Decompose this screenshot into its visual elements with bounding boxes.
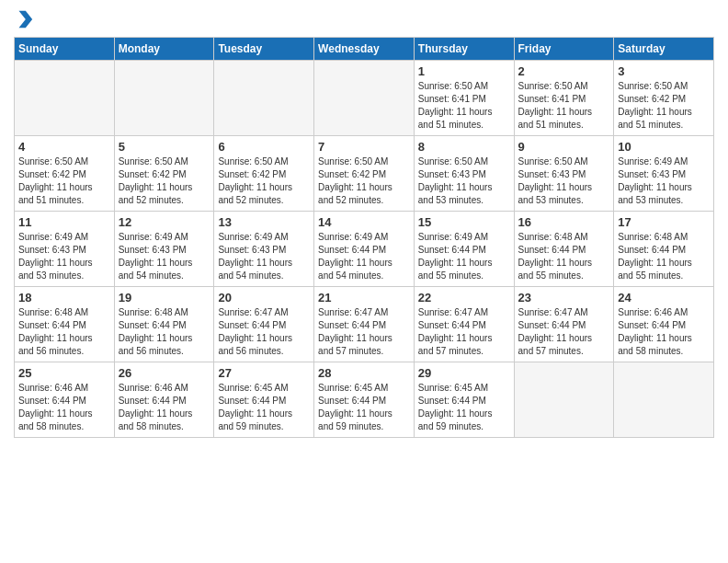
calendar-cell: 18Sunrise: 6:48 AM Sunset: 6:44 PM Dayli… (15, 287, 115, 362)
calendar-cell: 25Sunrise: 6:46 AM Sunset: 6:44 PM Dayli… (15, 362, 115, 438)
weekday-header-friday: Friday (514, 38, 614, 61)
day-info: Sunrise: 6:50 AM Sunset: 6:41 PM Dayligh… (518, 80, 610, 132)
day-number: 19 (119, 291, 210, 304)
day-info: Sunrise: 6:46 AM Sunset: 6:44 PM Dayligh… (119, 382, 210, 433)
day-info: Sunrise: 6:49 AM Sunset: 6:43 PM Dayligh… (618, 155, 710, 207)
calendar-cell: 21Sunrise: 6:47 AM Sunset: 6:44 PM Dayli… (314, 287, 415, 362)
calendar-cell: 15Sunrise: 6:49 AM Sunset: 6:44 PM Dayli… (414, 212, 514, 287)
day-number: 26 (119, 366, 210, 380)
day-number: 27 (218, 366, 310, 380)
weekday-header-monday: Monday (114, 38, 214, 61)
calendar-cell (314, 61, 415, 136)
day-info: Sunrise: 6:50 AM Sunset: 6:42 PM Dayligh… (119, 155, 210, 207)
week-row-4: 25Sunrise: 6:46 AM Sunset: 6:44 PM Dayli… (15, 362, 714, 438)
day-info: Sunrise: 6:47 AM Sunset: 6:44 PM Dayligh… (218, 306, 310, 358)
calendar-cell: 6Sunrise: 6:50 AM Sunset: 6:42 PM Daylig… (214, 136, 314, 212)
day-info: Sunrise: 6:50 AM Sunset: 6:43 PM Dayligh… (418, 155, 510, 207)
calendar-cell: 11Sunrise: 6:49 AM Sunset: 6:43 PM Dayli… (15, 212, 115, 287)
weekday-header-saturday: Saturday (614, 38, 714, 61)
day-number: 28 (318, 366, 410, 380)
calendar-cell: 1Sunrise: 6:50 AM Sunset: 6:41 PM Daylig… (414, 61, 514, 136)
day-info: Sunrise: 6:49 AM Sunset: 6:44 PM Dayligh… (418, 231, 510, 282)
day-number: 25 (18, 366, 110, 380)
day-number: 23 (518, 291, 610, 304)
calendar-cell: 20Sunrise: 6:47 AM Sunset: 6:44 PM Dayli… (214, 287, 314, 362)
day-number: 15 (418, 215, 510, 229)
weekday-header-tuesday: Tuesday (214, 38, 314, 61)
weekday-header-sunday: Sunday (15, 38, 115, 61)
page: SundayMondayTuesdayWednesdayThursdayFrid… (0, 0, 728, 563)
day-info: Sunrise: 6:48 AM Sunset: 6:44 PM Dayligh… (618, 231, 710, 282)
day-number: 2 (518, 64, 610, 78)
weekday-header-thursday: Thursday (414, 38, 514, 61)
day-number: 12 (119, 215, 210, 229)
week-row-0: 1Sunrise: 6:50 AM Sunset: 6:41 PM Daylig… (15, 61, 714, 136)
day-number: 4 (18, 140, 110, 154)
day-number: 8 (418, 140, 510, 154)
calendar-cell: 7Sunrise: 6:50 AM Sunset: 6:42 PM Daylig… (314, 136, 415, 212)
day-info: Sunrise: 6:46 AM Sunset: 6:44 PM Dayligh… (18, 382, 110, 433)
calendar-cell: 14Sunrise: 6:49 AM Sunset: 6:44 PM Dayli… (314, 212, 415, 287)
day-info: Sunrise: 6:50 AM Sunset: 6:42 PM Dayligh… (318, 155, 410, 207)
day-info: Sunrise: 6:50 AM Sunset: 6:42 PM Dayligh… (618, 80, 710, 132)
calendar-cell: 12Sunrise: 6:49 AM Sunset: 6:43 PM Dayli… (114, 212, 214, 287)
calendar-cell: 5Sunrise: 6:50 AM Sunset: 6:42 PM Daylig… (114, 136, 214, 212)
day-info: Sunrise: 6:50 AM Sunset: 6:42 PM Dayligh… (18, 155, 110, 207)
day-number: 7 (318, 140, 410, 154)
week-row-2: 11Sunrise: 6:49 AM Sunset: 6:43 PM Dayli… (15, 212, 714, 287)
day-number: 6 (218, 140, 310, 154)
day-number: 20 (218, 291, 310, 304)
calendar-cell: 4Sunrise: 6:50 AM Sunset: 6:42 PM Daylig… (15, 136, 115, 212)
day-info: Sunrise: 6:46 AM Sunset: 6:44 PM Dayligh… (618, 306, 710, 358)
svg-marker-0 (19, 11, 33, 28)
logo (14, 9, 38, 29)
calendar-cell (514, 362, 614, 438)
calendar-cell: 8Sunrise: 6:50 AM Sunset: 6:43 PM Daylig… (414, 136, 514, 212)
day-number: 3 (618, 64, 710, 78)
day-info: Sunrise: 6:49 AM Sunset: 6:44 PM Dayligh… (318, 231, 410, 282)
calendar-cell: 10Sunrise: 6:49 AM Sunset: 6:43 PM Dayli… (614, 136, 714, 212)
header (14, 9, 714, 29)
calendar-cell: 16Sunrise: 6:48 AM Sunset: 6:44 PM Dayli… (514, 212, 614, 287)
day-info: Sunrise: 6:50 AM Sunset: 6:41 PM Dayligh… (418, 80, 510, 132)
logo-icon (14, 9, 34, 29)
calendar-cell: 17Sunrise: 6:48 AM Sunset: 6:44 PM Dayli… (614, 212, 714, 287)
day-info: Sunrise: 6:48 AM Sunset: 6:44 PM Dayligh… (18, 306, 110, 358)
calendar-cell: 26Sunrise: 6:46 AM Sunset: 6:44 PM Dayli… (114, 362, 214, 438)
calendar-cell (15, 61, 115, 136)
day-number: 11 (18, 215, 110, 229)
day-number: 1 (418, 64, 510, 78)
day-info: Sunrise: 6:48 AM Sunset: 6:44 PM Dayligh… (119, 306, 210, 358)
day-number: 14 (318, 215, 410, 229)
day-info: Sunrise: 6:47 AM Sunset: 6:44 PM Dayligh… (518, 306, 610, 358)
day-info: Sunrise: 6:48 AM Sunset: 6:44 PM Dayligh… (518, 231, 610, 282)
calendar-cell: 13Sunrise: 6:49 AM Sunset: 6:43 PM Dayli… (214, 212, 314, 287)
day-number: 13 (218, 215, 310, 229)
day-number: 18 (18, 291, 110, 304)
day-info: Sunrise: 6:47 AM Sunset: 6:44 PM Dayligh… (418, 306, 510, 358)
day-info: Sunrise: 6:50 AM Sunset: 6:42 PM Dayligh… (218, 155, 310, 207)
day-number: 5 (119, 140, 210, 154)
day-info: Sunrise: 6:49 AM Sunset: 6:43 PM Dayligh… (119, 231, 210, 282)
calendar-cell: 3Sunrise: 6:50 AM Sunset: 6:42 PM Daylig… (614, 61, 714, 136)
day-info: Sunrise: 6:47 AM Sunset: 6:44 PM Dayligh… (318, 306, 410, 358)
calendar-cell: 23Sunrise: 6:47 AM Sunset: 6:44 PM Dayli… (514, 287, 614, 362)
calendar: SundayMondayTuesdayWednesdayThursdayFrid… (14, 37, 714, 438)
calendar-cell: 24Sunrise: 6:46 AM Sunset: 6:44 PM Dayli… (614, 287, 714, 362)
calendar-cell: 2Sunrise: 6:50 AM Sunset: 6:41 PM Daylig… (514, 61, 614, 136)
calendar-cell: 28Sunrise: 6:45 AM Sunset: 6:44 PM Dayli… (314, 362, 415, 438)
calendar-cell (214, 61, 314, 136)
day-info: Sunrise: 6:45 AM Sunset: 6:44 PM Dayligh… (218, 382, 310, 433)
day-number: 10 (618, 140, 710, 154)
day-info: Sunrise: 6:50 AM Sunset: 6:43 PM Dayligh… (518, 155, 610, 207)
day-number: 16 (518, 215, 610, 229)
week-row-3: 18Sunrise: 6:48 AM Sunset: 6:44 PM Dayli… (15, 287, 714, 362)
day-number: 29 (418, 366, 510, 380)
calendar-cell: 29Sunrise: 6:45 AM Sunset: 6:44 PM Dayli… (414, 362, 514, 438)
day-info: Sunrise: 6:45 AM Sunset: 6:44 PM Dayligh… (418, 382, 510, 433)
week-row-1: 4Sunrise: 6:50 AM Sunset: 6:42 PM Daylig… (15, 136, 714, 212)
calendar-cell: 19Sunrise: 6:48 AM Sunset: 6:44 PM Dayli… (114, 287, 214, 362)
day-info: Sunrise: 6:49 AM Sunset: 6:43 PM Dayligh… (18, 231, 110, 282)
calendar-cell: 22Sunrise: 6:47 AM Sunset: 6:44 PM Dayli… (414, 287, 514, 362)
calendar-cell (614, 362, 714, 438)
